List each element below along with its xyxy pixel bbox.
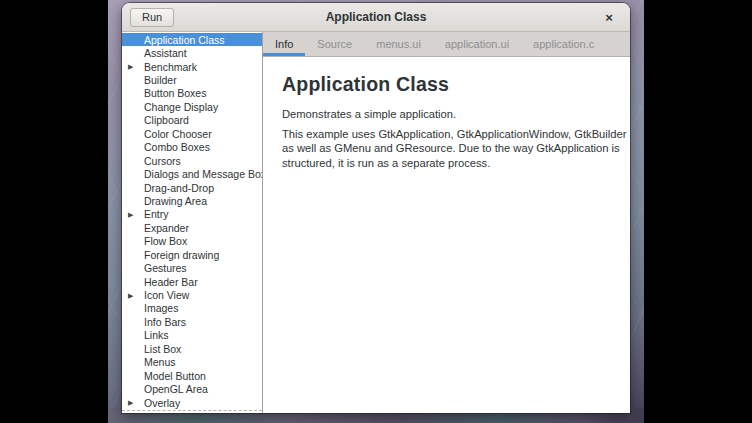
- tab[interactable]: application.c: [521, 32, 606, 56]
- tab-label: application.c: [533, 38, 594, 50]
- tab[interactable]: Source: [305, 32, 364, 56]
- app-window: Run Application Class × ▶ Application Cl…: [122, 3, 630, 413]
- sidebar-item[interactable]: ▶ Cursors: [122, 154, 262, 167]
- tab-bar: Info Source menus.ui application.ui: [263, 32, 630, 57]
- sidebar-item-label: Info Bars: [144, 316, 186, 328]
- sidebar-item-label: Assistant: [144, 47, 187, 59]
- sidebar-item-label: Application Class: [144, 34, 225, 46]
- tab[interactable]: application.ui: [433, 32, 521, 56]
- headerbar[interactable]: Run Application Class ×: [122, 3, 630, 32]
- sidebar-item-label: Drawing Area: [144, 195, 207, 207]
- sidebar-item[interactable]: ▶ Links: [122, 329, 262, 342]
- sidebar-item[interactable]: ▶ Expander: [122, 221, 262, 234]
- right-pane: Info Source menus.ui application.ui: [263, 32, 630, 413]
- tab[interactable]: Info: [263, 32, 305, 56]
- expander-icon[interactable]: ▶: [128, 211, 144, 218]
- undershoot-dashes: [122, 410, 262, 411]
- tab-label: application.ui: [445, 38, 509, 50]
- sidebar-item[interactable]: ▶ Application Class: [122, 33, 262, 46]
- sidebar-item[interactable]: ▶ Drag-and-Drop: [122, 181, 262, 194]
- sidebar-item[interactable]: ▶ List Box: [122, 342, 262, 355]
- content-pane: Application Class Demonstrates a simple …: [263, 57, 630, 413]
- sidebar-item[interactable]: ▶ OpenGL Area: [122, 382, 262, 395]
- sidebar-item-label: Images: [144, 302, 178, 314]
- sidebar-item[interactable]: ▶ Clipboard: [122, 114, 262, 127]
- demo-heading: Application Class: [282, 73, 611, 96]
- sidebar-item[interactable]: ▶ Info Bars: [122, 315, 262, 328]
- sidebar-item-label: Model Button: [144, 370, 206, 382]
- sidebar-item[interactable]: ▶ Color Chooser: [122, 127, 262, 140]
- window-title: Application Class: [122, 10, 630, 24]
- sidebar-item[interactable]: ▶ Flow Box: [122, 235, 262, 248]
- sidebar-item-label: Foreign drawing: [144, 249, 219, 261]
- sidebar-item[interactable]: ▶ Benchmark: [122, 60, 262, 73]
- sidebar-item[interactable]: ▶ Menus: [122, 356, 262, 369]
- tab[interactable]: menus.ui: [364, 32, 433, 56]
- sidebar-item-label: List Box: [144, 343, 181, 355]
- sidebar-item[interactable]: ▶ Header Bar: [122, 275, 262, 288]
- run-button[interactable]: Run: [130, 8, 174, 27]
- sidebar-item[interactable]: ▶ Assistant: [122, 46, 262, 59]
- sidebar-item-label: Clipboard: [144, 114, 189, 126]
- sidebar-item-label: Change Display: [144, 101, 218, 113]
- tab-label: Info: [275, 38, 293, 50]
- sidebar-item[interactable]: ▶ Model Button: [122, 369, 262, 382]
- sidebar-item-label: Entry: [144, 208, 169, 220]
- tab-label: menus.ui: [376, 38, 421, 50]
- desktop-wallpaper: Run Application Class × ▶ Application Cl…: [108, 0, 644, 423]
- sidebar-item-label: Menus: [144, 356, 176, 368]
- expander-icon[interactable]: ▶: [128, 292, 144, 299]
- sidebar-item-label: Icon View: [144, 289, 189, 301]
- sidebar-item[interactable]: ▶ Icon View: [122, 288, 262, 301]
- expander-icon[interactable]: ▶: [128, 399, 144, 406]
- sidebar-item-label: OpenGL Area: [144, 383, 208, 395]
- demo-list-sidebar[interactable]: ▶ Application Class ▶ Assistant ▶ Benchm…: [122, 32, 263, 413]
- sidebar-item[interactable]: ▶ Drawing Area: [122, 194, 262, 207]
- close-icon: ×: [605, 10, 613, 25]
- sidebar-item-label: Button Boxes: [144, 87, 206, 99]
- sidebar-item-label: Builder: [144, 74, 177, 86]
- stage: { "window": { "title": "Application Clas…: [0, 0, 752, 423]
- sidebar-item-label: Header Bar: [144, 276, 198, 288]
- sidebar-item[interactable]: ▶ Builder: [122, 73, 262, 86]
- sidebar-item[interactable]: ▶ Change Display: [122, 100, 262, 113]
- sidebar-item-label: Dialogs and Message Boxes: [144, 168, 263, 180]
- sidebar-item-label: Cursors: [144, 155, 181, 167]
- sidebar-item[interactable]: ▶ Images: [122, 302, 262, 315]
- sidebar-item-label: Links: [144, 329, 169, 341]
- sidebar-item[interactable]: ▶ Dialogs and Message Boxes: [122, 167, 262, 180]
- sidebar-item[interactable]: ▶ Foreign drawing: [122, 248, 262, 261]
- sidebar-item-label: Overlay: [144, 397, 180, 409]
- expander-icon[interactable]: ▶: [128, 63, 144, 70]
- sidebar-item[interactable]: ▶ Overlay: [122, 396, 262, 409]
- sidebar-item[interactable]: ▶ Combo Boxes: [122, 141, 262, 154]
- demo-summary: Demonstrates a simple application.: [282, 107, 627, 122]
- demo-description: This example uses GtkApplication, GtkApp…: [282, 127, 627, 171]
- sidebar-item[interactable]: ▶ Button Boxes: [122, 87, 262, 100]
- window-body: ▶ Application Class ▶ Assistant ▶ Benchm…: [122, 32, 630, 413]
- sidebar-item-label: Gestures: [144, 262, 187, 274]
- close-button[interactable]: ×: [599, 7, 619, 27]
- sidebar-item-label: Expander: [144, 222, 189, 234]
- sidebar-item[interactable]: ▶ Gestures: [122, 261, 262, 274]
- sidebar-item-label: Color Chooser: [144, 128, 212, 140]
- sidebar-item-label: Flow Box: [144, 235, 187, 247]
- sidebar-item-label: Benchmark: [144, 61, 197, 73]
- tab-label: Source: [317, 38, 352, 50]
- sidebar-item-label: Drag-and-Drop: [144, 182, 214, 194]
- sidebar-item-label: Combo Boxes: [144, 141, 210, 153]
- sidebar-item[interactable]: ▶ Entry: [122, 208, 262, 221]
